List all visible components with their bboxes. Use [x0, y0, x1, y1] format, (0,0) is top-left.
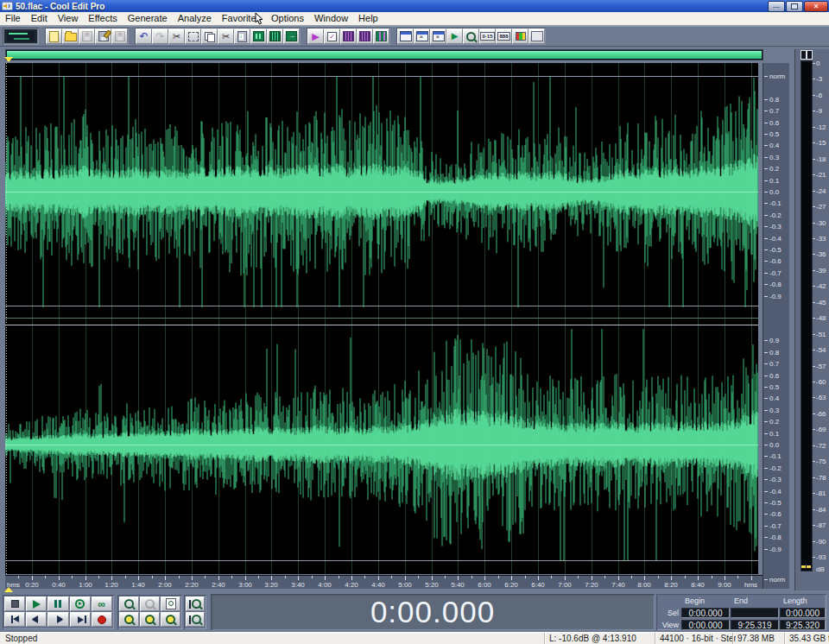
menu-file[interactable]: File	[0, 12, 26, 25]
rewind-button[interactable]	[26, 612, 47, 627]
title-bar[interactable]: 50.flac - Cool Edit Pro — ✕	[0, 0, 829, 12]
zoom-full-button	[161, 597, 180, 611]
fx-check-button[interactable]: ✓	[324, 28, 340, 44]
mix-paste-button[interactable]	[250, 28, 267, 44]
cut-button[interactable]: ✂	[218, 28, 234, 44]
overview-scrollbar[interactable]	[5, 49, 763, 60]
view-begin-field[interactable]: 0:00.000	[681, 620, 730, 630]
fast-forward-icon	[57, 616, 63, 623]
time-display[interactable]: 0:00.000	[211, 594, 655, 630]
fast-forward-button[interactable]	[47, 612, 68, 627]
time-window-button[interactable]: 0·15	[479, 28, 496, 44]
amp-label-top: -0.1	[769, 199, 782, 207]
meter-scale-label: -12	[816, 123, 826, 131]
zoom-full-icon	[166, 598, 176, 609]
restore-icon	[791, 3, 798, 9]
level-meter[interactable]: 0-3-6-9-12-15-18-21-24-27-30-33-36-39-42…	[794, 49, 829, 597]
zoom-window-icon	[466, 32, 476, 41]
amp-label-top: 0.0	[769, 188, 779, 196]
view-end-field[interactable]: 9:25.319	[731, 620, 779, 630]
open-file-button[interactable]	[62, 28, 79, 44]
play-list-button[interactable]	[430, 28, 446, 44]
go-to-end-button[interactable]	[70, 612, 91, 627]
play-to-end-button[interactable]	[70, 597, 91, 611]
sel-begin-field[interactable]: 0:00.000	[681, 608, 730, 618]
time-ruler-label: 5:40	[451, 581, 465, 589]
fx-wave-button-3[interactable]	[373, 28, 389, 44]
edge-bar-icon	[189, 600, 191, 609]
copy-button[interactable]	[201, 28, 218, 44]
menu-generate[interactable]: Generate	[123, 12, 173, 25]
amp-label-top: -0.8	[769, 281, 782, 288]
fx-flag-button[interactable]: ▶	[307, 28, 324, 44]
amp-label-bottom: 0.4	[769, 395, 779, 402]
end-header: End	[731, 597, 779, 605]
play-button[interactable]	[26, 597, 47, 611]
organizer-window-button[interactable]	[397, 28, 414, 44]
zoom-to-selection-button[interactable]	[161, 612, 180, 627]
fx-wave-button-2[interactable]	[357, 28, 373, 44]
amplitude-ruler[interactable]: norm0.80.70.60.50.40.30.20.10.0-0.1-0.2-…	[763, 63, 789, 589]
menu-options[interactable]: Options	[266, 12, 309, 25]
sel-length-field[interactable]: 0:00.000	[780, 608, 826, 618]
menu-effects[interactable]: Effects	[83, 12, 122, 25]
waveform-display[interactable]	[5, 63, 758, 574]
blank-window-button[interactable]	[528, 28, 545, 44]
zoom-in-button[interactable]	[119, 597, 139, 611]
stop-button[interactable]	[4, 597, 25, 611]
menu-analyze[interactable]: Analyze	[173, 12, 217, 25]
overview-range-bar[interactable]	[7, 51, 762, 59]
colors-button[interactable]	[512, 28, 528, 44]
cursor-marker-top[interactable]	[4, 57, 13, 62]
cue-list-button[interactable]	[414, 28, 430, 44]
paste-button[interactable]	[234, 28, 250, 44]
info-window-button[interactable]: 888	[496, 28, 512, 44]
save-as-button[interactable]	[95, 28, 111, 44]
sel-end-field[interactable]	[731, 608, 779, 618]
cursor-marker-bottom[interactable]	[4, 587, 13, 592]
restore-button[interactable]	[786, 1, 803, 12]
record-button[interactable]	[92, 612, 112, 627]
play-window-button[interactable]: ▶	[446, 28, 463, 44]
zoom-right-edge-button[interactable]	[186, 597, 205, 611]
transport-panel: ∞	[3, 595, 114, 629]
time-window-icon: 0·15	[480, 32, 494, 41]
play-icon	[33, 600, 41, 609]
amp-label-top: norm	[769, 73, 785, 80]
clip-indicator-left[interactable]	[801, 50, 807, 60]
record-icon	[98, 616, 106, 624]
time-ruler-label: 6:20	[504, 581, 518, 589]
amp-label-bottom: 0.2	[769, 418, 779, 426]
window-title: 50.flac - Cool Edit Pro	[16, 2, 768, 11]
menu-view[interactable]: View	[53, 12, 84, 25]
fx-wave-button-1[interactable]	[340, 28, 357, 44]
play-window-icon: ▶	[452, 32, 459, 41]
time-ruler-label: 2:40	[212, 581, 225, 589]
pause-button[interactable]	[47, 597, 68, 611]
menu-edit[interactable]: Edit	[26, 12, 53, 25]
meter-scale-label: -75	[816, 458, 826, 465]
zoom-left-edge-button[interactable]	[186, 612, 205, 627]
trim-button[interactable]	[185, 28, 201, 44]
menu-help[interactable]: Help	[353, 12, 383, 25]
convert-sample-type-button[interactable]: →	[283, 28, 300, 44]
zoom-in-horizontal-button[interactable]	[119, 612, 139, 627]
time-ruler[interactable]: 0:200:401:001:201:402:002:202:403:003:20…	[5, 575, 763, 589]
magnifier-icon	[124, 615, 134, 624]
undo-button[interactable]: ↶	[136, 28, 152, 44]
stereo-waveform[interactable]	[5, 63, 758, 574]
minimize-button[interactable]: —	[768, 1, 785, 12]
zoom-window-button[interactable]	[463, 28, 479, 44]
zoom-out-horizontal-button[interactable]	[140, 612, 160, 627]
view-length-field[interactable]: 9:25.320	[780, 620, 826, 630]
new-file-button[interactable]	[46, 28, 62, 44]
copy-to-new-button[interactable]	[267, 28, 283, 44]
close-button[interactable]: ✕	[804, 1, 828, 12]
edit-view-toggle-button[interactable]	[3, 28, 38, 44]
play-looped-button[interactable]: ∞	[92, 597, 112, 611]
clip-indicator-right[interactable]	[807, 50, 813, 60]
go-to-beginning-button[interactable]	[4, 612, 25, 627]
menu-window[interactable]: Window	[309, 12, 353, 25]
scissors-button[interactable]: ✂	[168, 28, 185, 44]
amp-label-bottom: -0.1	[769, 452, 782, 460]
